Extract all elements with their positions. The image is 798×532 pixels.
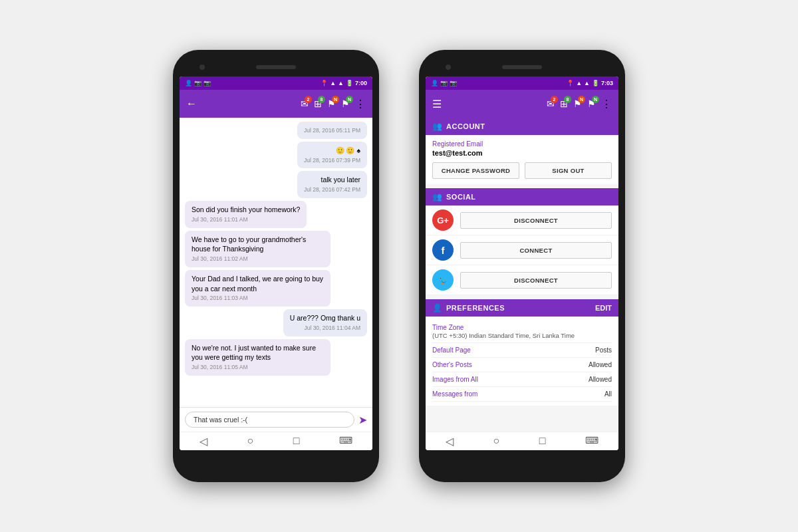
flag-badge-n-2: N [578,96,585,103]
battery-icon-2: 🔋 [592,80,599,86]
back-nav-btn[interactable]: ◁ [200,435,207,448]
status-photo2-icon-2: 📷 [450,80,457,86]
msg-text: talk you later [304,175,360,185]
account-section-header: 👥 ACCOUNT [426,118,618,135]
msg-text: Son did you finish your homework? [192,205,300,215]
menu-button[interactable]: ☰ [432,98,442,110]
wifi-icon: ▲ [330,80,336,86]
status-right-1: 📍 ▲ ▲ 🔋 7:00 [321,80,367,86]
signal-icon: ▲ [338,80,344,86]
phone-speaker-2 [502,65,542,69]
status-right-2: 📍 ▲ ▲ 🔋 7:03 [567,80,613,86]
facebook-connect-button[interactable]: CONNECT [460,242,612,259]
list-item: Your Dad and I talked, we are going to b… [185,270,331,307]
msg-text: U are??? Omg thank u [290,313,360,323]
pref-timezone-group: Time Zone (UTC +5:30) Indian Standard Ti… [432,324,575,339]
pref-timezone-row: Time Zone (UTC +5:30) Indian Standard Ti… [432,321,612,343]
msg-text: Your Dad and I talked, we are going to b… [192,274,324,293]
facebook-letter: f [442,245,445,256]
sign-out-button[interactable]: SIGN OUT [525,162,612,179]
twitter-icon: 🐦 [432,269,454,291]
keyboard-nav-btn[interactable]: ⌨ [339,435,352,448]
flag-notif-n[interactable]: ⚑N [327,98,336,109]
status-bar-1: 👤 📷 📷 📍 ▲ ▲ 🔋 7:00 [180,76,372,90]
facebook-social-row: f CONNECT [426,235,618,265]
list-item: talk you later Jul 28, 2016 07:42 PM [297,171,367,198]
messages-label: Messages from [432,390,477,398]
mail-notif-2[interactable]: ✉2 [547,98,555,109]
status-person-icon: 👤 [185,80,192,86]
twitter-disconnect-button[interactable]: DISCONNECT [460,272,612,289]
flag-notif-n2-2[interactable]: ⚑N [587,98,596,109]
send-button[interactable]: ➤ [358,414,367,426]
msg-timestamp: Jul 30, 2016 11:01 AM [192,216,300,224]
more-icon-1[interactable]: ⋮ [355,98,366,110]
phone-bottom-1 [180,450,372,474]
battery-icon: 🔋 [346,80,353,86]
social-icon: 👥 [432,192,442,201]
phone-top-1 [180,58,372,76]
messages-value: All [604,390,612,398]
pref-others-posts-row: Other's Posts Allowed [432,358,612,372]
recents-nav-btn-2[interactable]: □ [539,435,546,448]
msg-timestamp: Jul 28, 2016 07:42 PM [304,186,360,194]
email-value: test@test.com [432,149,612,157]
prefs-icon: 👤 [432,303,442,313]
google-social-row: G+ DISCONNECT [426,205,618,235]
msg-timestamp: Jul 30, 2016 11:05 AM [192,364,324,372]
edit-button[interactable]: EDIT [595,304,612,312]
flag-notif-n2[interactable]: ⚑N [341,98,350,109]
phone-screen-2: 👤 📷 📷 📍 ▲ ▲ 🔋 7:03 ☰ ✉2 ⊞8 [426,76,618,450]
change-password-button[interactable]: CHANGE PASSWORD [432,162,519,179]
more-icon-2[interactable]: ⋮ [601,98,612,110]
google-disconnect-button[interactable]: DISCONNECT [460,212,612,229]
status-photo2-icon: 📷 [203,80,211,86]
clock-1: 7:00 [355,80,367,86]
home-nav-btn-2[interactable]: ○ [493,435,499,448]
account-icon: 👥 [432,122,442,131]
phone-bottom-2 [426,450,618,474]
location-icon: 📍 [321,80,328,86]
default-page-value: Posts [595,346,612,354]
pref-default-page-row: Default Page Posts [432,343,612,358]
msg-timestamp: Jul 30, 2016 11:03 AM [192,295,324,303]
prefs-body: Time Zone (UTC +5:30) Indian Standard Ti… [426,317,618,406]
pref-messages-row: Messages from All [432,387,612,402]
others-posts-label: Other's Posts [432,361,472,368]
grid-badge: 8 [318,96,325,103]
flag-notif-n-2[interactable]: ⚑N [573,98,582,109]
default-page-label: Default Page [432,346,471,354]
twitter-letter: 🐦 [438,275,449,285]
google-icon: G+ [432,209,454,231]
flag-badge-n: N [332,96,339,103]
preferences-section-header: 👤 PREFERENCES EDIT [426,299,618,317]
signal-icon-2: ▲ [584,80,590,86]
location-icon-2: 📍 [567,80,574,86]
grid-notif[interactable]: ⊞8 [314,98,322,109]
chat-content: Jul 28, 2016 05:11 PM 🙂 🙂 ♠ Jul 28, 2016… [180,118,372,432]
facebook-icon: f [432,239,454,261]
grid-notif-2[interactable]: ⊞8 [560,98,568,109]
phone-camera-2 [446,65,451,70]
grid-badge-2: 8 [564,96,571,103]
mail-notif[interactable]: ✉2 [301,98,309,109]
home-nav-btn[interactable]: ○ [247,435,253,448]
phone-screen-1: 👤 📷 📷 📍 ▲ ▲ 🔋 7:00 ← ✉2 ⊞8 [180,76,372,450]
timezone-label: Time Zone [432,324,575,331]
phone-1: 👤 📷 📷 📍 ▲ ▲ 🔋 7:00 ← ✉2 ⊞8 [173,50,379,482]
keyboard-nav-btn-2[interactable]: ⌨ [585,435,598,448]
list-item: Jul 28, 2016 05:11 PM [297,122,367,139]
message-input[interactable] [185,412,354,428]
images-label: Images from All [432,376,478,383]
status-left-2: 👤 📷 📷 [431,80,457,86]
recents-nav-btn[interactable]: □ [293,435,300,448]
back-button[interactable]: ← [186,98,197,110]
settings-content: 👥 ACCOUNT Registered Email test@test.com… [426,118,618,432]
back-icon: ← [186,98,197,110]
list-item: 🙂 🙂 ♠ Jul 28, 2016 07:39 PM [297,142,367,169]
back-nav-btn-2[interactable]: ◁ [446,435,454,448]
pref-images-row: Images from All Allowed [432,372,612,387]
timezone-value: (UTC +5:30) Indian Standard Time, Sri La… [432,332,575,339]
status-bar-2: 👤 📷 📷 📍 ▲ ▲ 🔋 7:03 [426,76,618,90]
images-value: Allowed [589,376,612,383]
